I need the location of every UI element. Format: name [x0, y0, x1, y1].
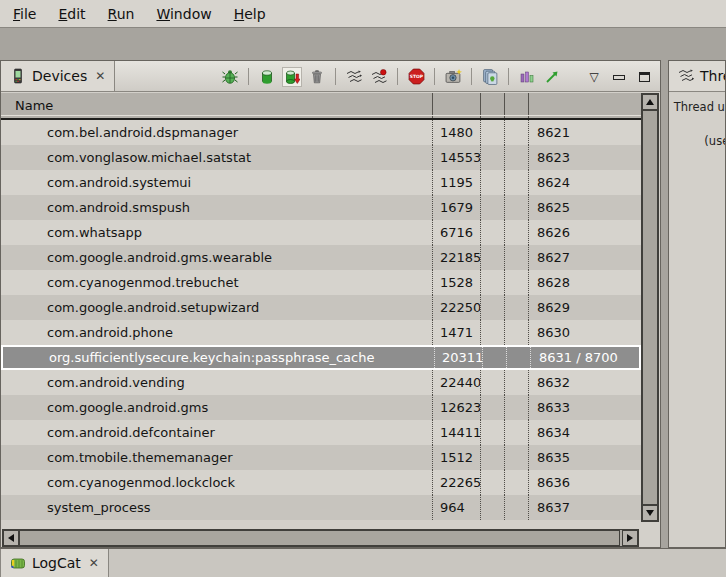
process-name: com.google.android.gms.wearable — [1, 245, 432, 270]
table-row[interactable]: com.android.defcontainer 14411 8634 — [1, 420, 641, 445]
toolbar-separator — [508, 68, 509, 85]
table-row[interactable]: com.cyanogenmod.trebuchet 1528 8628 — [1, 270, 641, 295]
debug-process-icon[interactable] — [220, 67, 240, 87]
table-row[interactable]: com.google.android.gms.wearable 22185 86… — [1, 245, 641, 270]
process-status-cell2 — [504, 495, 528, 520]
view-menu-icon[interactable]: ▽ — [584, 67, 604, 87]
table-row[interactable]: com.cyanogenmod.lockclock 22265 8636 — [1, 470, 641, 495]
menu-help[interactable]: Help — [223, 0, 277, 27]
process-pid: 1528 — [432, 270, 480, 295]
process-status-cell — [480, 445, 504, 470]
process-status-cell2 — [504, 445, 528, 470]
devices-toolbar: STOP — [220, 61, 654, 92]
update-heap-icon[interactable] — [257, 67, 277, 87]
process-status-cell2 — [504, 395, 528, 420]
table-row[interactable]: com.android.smspush 1679 8625 — [1, 195, 641, 220]
tab-threads[interactable]: Threads — [669, 61, 726, 91]
vertical-scroll-track[interactable] — [642, 110, 658, 505]
process-port: 8624 — [528, 170, 641, 195]
process-status-cell2 — [504, 420, 528, 445]
process-status-cell2 — [504, 120, 528, 145]
process-name: com.android.vending — [1, 370, 432, 395]
table-row[interactable]: com.google.android.setupwizard 22250 862… — [1, 295, 641, 320]
scroll-up-button[interactable] — [642, 94, 658, 110]
process-status-cell2 — [504, 370, 528, 395]
process-status-cell — [480, 470, 504, 495]
column-header-name[interactable]: Name — [1, 93, 432, 118]
process-status-cell2 — [504, 270, 528, 295]
process-port: 8634 — [528, 420, 641, 445]
toolbar-separator — [434, 68, 435, 85]
table-row[interactable]: com.android.phone 1471 8630 — [1, 320, 641, 345]
table-row[interactable]: org.sufficientlysecure.keychain:passphra… — [1, 345, 641, 370]
process-port: 8636 — [528, 470, 641, 495]
process-status-cell — [480, 220, 504, 245]
empty-toolbar-strip — [0, 28, 726, 60]
process-name: com.whatsapp — [1, 220, 432, 245]
column-header-status2[interactable] — [504, 93, 528, 118]
table-row[interactable]: system_process 964 8637 — [1, 495, 641, 520]
opengl-trace-icon[interactable] — [542, 67, 562, 87]
update-threads-icon[interactable] — [344, 67, 364, 87]
vertical-scrollbar[interactable] — [641, 93, 659, 522]
menu-file[interactable]: File — [2, 0, 47, 27]
toolbar-separator — [397, 68, 398, 85]
minimize-icon[interactable] — [609, 67, 629, 87]
column-header-pid[interactable] — [432, 93, 480, 118]
table-row[interactable]: com.tmobile.thememanager 1512 8635 — [1, 445, 641, 470]
column-header-port[interactable] — [528, 93, 641, 118]
horizontal-scrollbar[interactable] — [2, 529, 639, 547]
logcat-icon — [10, 555, 26, 571]
scroll-right-button[interactable] — [622, 530, 638, 546]
process-status-cell — [480, 395, 504, 420]
table-row[interactable]: com.google.android.gms 12623 8633 — [1, 395, 641, 420]
device-table-body: com.bel.android.dspmanager 1480 8621 com… — [1, 120, 641, 520]
tab-logcat-close-icon[interactable]: ✕ — [89, 556, 99, 570]
process-status-cell — [480, 245, 504, 270]
process-pid: 1480 — [432, 120, 480, 145]
process-port: 8626 — [528, 220, 641, 245]
table-row[interactable]: com.android.vending 22440 8632 — [1, 370, 641, 395]
cause-gc-icon[interactable] — [307, 67, 327, 87]
process-port: 8629 — [528, 295, 641, 320]
menu-run[interactable]: Run — [97, 0, 146, 27]
method-profiling-icon[interactable] — [369, 67, 389, 87]
process-status-cell — [480, 295, 504, 320]
maximize-icon[interactable] — [634, 67, 654, 87]
column-header-status[interactable] — [480, 93, 504, 118]
tab-logcat[interactable]: LogCat ✕ — [0, 549, 109, 577]
scroll-left-button[interactable] — [3, 530, 19, 546]
sysinfo-icon[interactable] — [517, 67, 537, 87]
dump-hprof-icon[interactable] — [282, 67, 302, 87]
table-row[interactable]: com.bel.android.dspmanager 1480 8621 — [1, 120, 641, 145]
process-name: com.android.defcontainer — [1, 420, 432, 445]
menu-edit[interactable]: Edit — [47, 0, 96, 27]
tab-devices[interactable]: Devices ✕ — [1, 61, 115, 91]
screen-capture-icon[interactable] — [443, 67, 463, 87]
horizontal-scroll-thumb[interactable] — [19, 530, 620, 546]
process-name: com.android.smspush — [1, 195, 432, 220]
process-status-cell — [480, 120, 504, 145]
process-pid: 22265 — [432, 470, 480, 495]
process-status-cell — [480, 320, 504, 345]
vertical-scroll-thumb[interactable] — [642, 110, 658, 505]
scroll-down-button[interactable] — [642, 505, 658, 521]
table-row[interactable]: com.vonglasow.michael.satstat 14553 8623 — [1, 145, 641, 170]
process-pid: 1471 — [432, 320, 480, 345]
process-name: com.vonglasow.michael.satstat — [1, 145, 432, 170]
devices-view: Devices ✕ — [0, 60, 661, 548]
table-row[interactable]: com.whatsapp 6716 8626 — [1, 220, 641, 245]
process-name: com.android.phone — [1, 320, 432, 345]
process-name: com.tmobile.thememanager — [1, 445, 432, 470]
device-screens-icon[interactable] — [480, 67, 500, 87]
process-port: 8632 — [528, 370, 641, 395]
table-row[interactable]: com.android.systemui 1195 8624 — [1, 170, 641, 195]
horizontal-scroll-track[interactable] — [19, 530, 622, 546]
svg-text:STOP: STOP — [409, 74, 423, 79]
process-pid: 14411 — [432, 420, 480, 445]
tab-devices-close-icon[interactable]: ✕ — [95, 69, 105, 83]
process-pid: 1679 — [432, 195, 480, 220]
process-pid: 22185 — [432, 245, 480, 270]
stop-process-icon[interactable]: STOP — [406, 67, 426, 87]
menu-window[interactable]: Window — [145, 0, 222, 27]
